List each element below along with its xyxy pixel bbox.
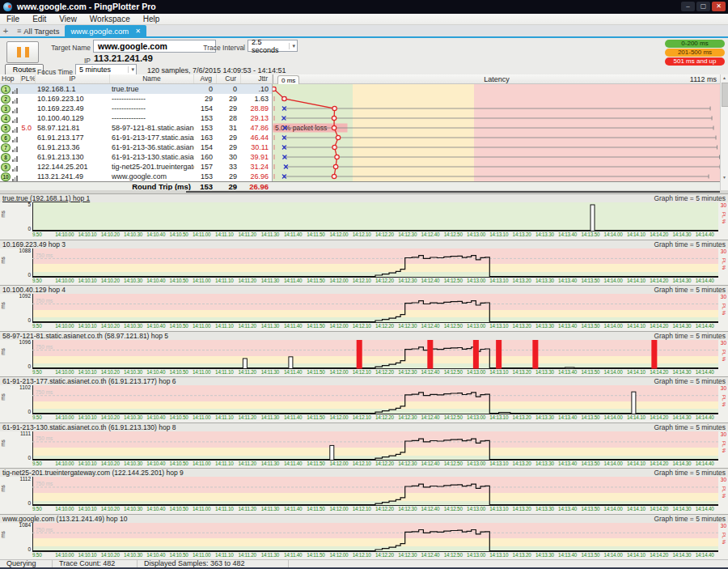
hop-row[interactable]: 861.91.213.13061-91-213-130.static.asian… [0, 152, 272, 162]
time-tick-label: 14:13.10 [489, 552, 508, 558]
graph-time-label: Graph time = 5 minutes [654, 240, 726, 248]
time-tick-label: 14:11.30 [261, 461, 279, 466]
time-tick-label: 14:12.50 [444, 369, 463, 375]
column-header-jttr[interactable]: Jttr [241, 74, 273, 83]
timeline-graphs: true.true (192.168.1.1) hop 1Graph time … [0, 193, 728, 559]
hop-row[interactable]: 9122.144.25.201tig-net25-201.trueinterga… [0, 162, 272, 172]
time-tick-label: 9.50 [32, 414, 41, 420]
time-tick-label: 14:11.50 [307, 506, 324, 512]
maximize-button[interactable]: ▢ [696, 2, 710, 11]
time-tick-label: 14:13.20 [513, 278, 531, 283]
hop-row[interactable]: 310.169.223.49--------------1542928.89 [0, 104, 272, 113]
ms-axis-label: ms [0, 531, 6, 538]
scroll-down-icon[interactable]: ▼ [721, 174, 728, 181]
time-tick-label: 14:10.20 [101, 323, 120, 329]
hop-row[interactable]: 761.91.213.3661-91-213-36.static.asianet… [0, 142, 272, 152]
time-tick-label: 14:13.30 [535, 461, 554, 466]
menu-item-file[interactable]: File [0, 14, 26, 24]
scroll-up-icon[interactable]: ▲ [721, 74, 728, 82]
time-tick-label: 14:13.10 [489, 231, 508, 237]
time-tick-label: 14:11.30 [261, 278, 279, 283]
tab-www-google-com[interactable]: www.google.com ✕ [65, 25, 146, 36]
strip-plot: 750 ms [32, 294, 718, 323]
hop-number-badge: 7 [1, 143, 11, 152]
column-header-cur[interactable]: Cur [217, 74, 241, 83]
hop-number-badge: 10 [1, 172, 11, 181]
column-header-name[interactable]: Name [110, 74, 194, 83]
time-tick-label: 14:10.30 [124, 414, 142, 420]
column-header-ip[interactable]: IP [36, 74, 110, 83]
timeline-strip[interactable]: www.google.com (113.21.241.49) hop 10Gra… [0, 514, 728, 560]
focus-time-select[interactable]: 5 minutes ▾ [75, 64, 137, 75]
time-tick-label: 14:12.40 [421, 506, 440, 512]
time-tick-label: 14:10.20 [101, 414, 120, 420]
timeline-strip[interactable]: 58-97-121-81.static.asianet.co.th (58.97… [0, 331, 728, 377]
time-tick-label: 14:10.10 [78, 414, 97, 420]
time-tick-label: 14:11.50 [307, 369, 324, 375]
y-zero-label: 0 [16, 272, 31, 278]
time-tick-label: 14:11.50 [307, 414, 324, 420]
tab-close-icon[interactable]: ✕ [135, 28, 141, 35]
latency-bars-icon [12, 155, 18, 162]
new-target-button[interactable]: + [0, 25, 11, 36]
time-tick-label: 14:13.10 [489, 278, 508, 283]
y-zero-label: 0 [16, 226, 31, 231]
hop-row[interactable]: 1192.168.1.1true.true00.10 [0, 84, 272, 94]
time-tick-label: 14:12.50 [444, 506, 463, 512]
time-tick-label: 14:10.10 [78, 323, 97, 329]
time-tick-label: 14:14.00 [604, 369, 623, 375]
ip-cell: 61.91.213.36 [36, 143, 110, 151]
trace-interval-select[interactable]: 2.5 seconds ▾ [248, 40, 298, 52]
time-tick-label: 14:10.30 [124, 461, 142, 466]
timeline-strip[interactable]: true.true (192.168.1.1) hop 1Graph time … [0, 193, 728, 240]
vertical-scrollbar[interactable]: ▲ ▼ [720, 74, 728, 190]
ip-cell: 58.97.121.81 [36, 124, 110, 132]
svg-text:750 ms: 750 ms [36, 252, 53, 257]
tab-all-targets[interactable]: ≡ All Targets [11, 25, 65, 36]
time-tick-label: 14:11.40 [284, 461, 302, 466]
hop-cell: 7 [0, 143, 21, 152]
hop-row[interactable]: 210.169.223.10--------------29291.63 [0, 94, 272, 104]
hop-cell: 5 [0, 124, 21, 133]
pl-axis-label: PL % [722, 533, 726, 544]
minimize-button[interactable]: – [681, 2, 695, 11]
hop-row[interactable]: 410.100.40.129--------------1532829.13 [0, 113, 272, 123]
menu-item-help[interactable]: Help [137, 14, 167, 24]
time-tick-label: 14:12.20 [375, 278, 394, 283]
timeline-strip[interactable]: 10.169.223.49 hop 3Graph time = 5 minute… [0, 240, 728, 286]
timeline-strip[interactable]: 10.100.40.129 hop 4Graph time = 5 minute… [0, 285, 728, 331]
menu-item-workspace[interactable]: Workspace [83, 14, 137, 24]
hop-row[interactable]: 55.058.97.121.8158-97-121-81.static.asia… [0, 123, 272, 133]
hop-number-badge: 1 [1, 85, 11, 94]
time-tick-label: 14:14.10 [627, 506, 645, 512]
column-header-pl[interactable]: PL% [21, 74, 36, 83]
column-header-avg[interactable]: Avg [194, 74, 217, 83]
time-tick-label: 14:12.10 [353, 323, 371, 329]
time-tick-label: 14:10.20 [101, 231, 120, 237]
column-header-hop[interactable]: Hop [0, 74, 21, 83]
timeline-strip[interactable]: 61-91-213-177.static.asianet.co.th (61.9… [0, 376, 728, 423]
menu-item-edit[interactable]: Edit [26, 14, 53, 24]
scroll-thumb[interactable] [722, 83, 728, 107]
strip-chart: 750 ms [32, 340, 718, 369]
time-tick-label: 14:13.10 [489, 323, 508, 329]
time-tick-label: 14:11.00 [193, 323, 210, 329]
graph-time-label: Graph time = 5 minutes [654, 469, 726, 477]
timeline-strip[interactable]: tig-net25-201.trueintergateway.com (122.… [0, 468, 728, 514]
name-cell: 58-97-121-81.static.asianet.co.th [110, 124, 194, 132]
strip-chart: 750 ms [32, 294, 718, 323]
scrollbar-thumb[interactable] [186, 191, 720, 193]
time-tick-label: 14:11.40 [284, 369, 302, 375]
close-button[interactable]: ✕ [712, 2, 726, 11]
time-tick-label: 14:10.20 [101, 278, 120, 283]
hop-row[interactable]: 10113.21.241.49www.google.com1532926.96 [0, 172, 272, 181]
time-tick-label: 14:10.30 [124, 369, 142, 375]
time-tick-label: 14:12.10 [353, 461, 371, 466]
hop-number-badge: 5 [1, 124, 11, 133]
time-tick-label: 14:12.00 [330, 231, 349, 237]
time-axis: 9.5014:10.0014:10.1014:10.2014:10.3014:1… [0, 369, 728, 377]
hop-row[interactable]: 661.91.213.17761-91-213-177.static.asian… [0, 133, 272, 142]
jitter-cell: 47.86 [241, 124, 273, 132]
timeline-strip[interactable]: 61-91-213-130.static.asianet.co.th (61.9… [0, 423, 728, 469]
menu-item-view[interactable]: View [53, 14, 83, 24]
